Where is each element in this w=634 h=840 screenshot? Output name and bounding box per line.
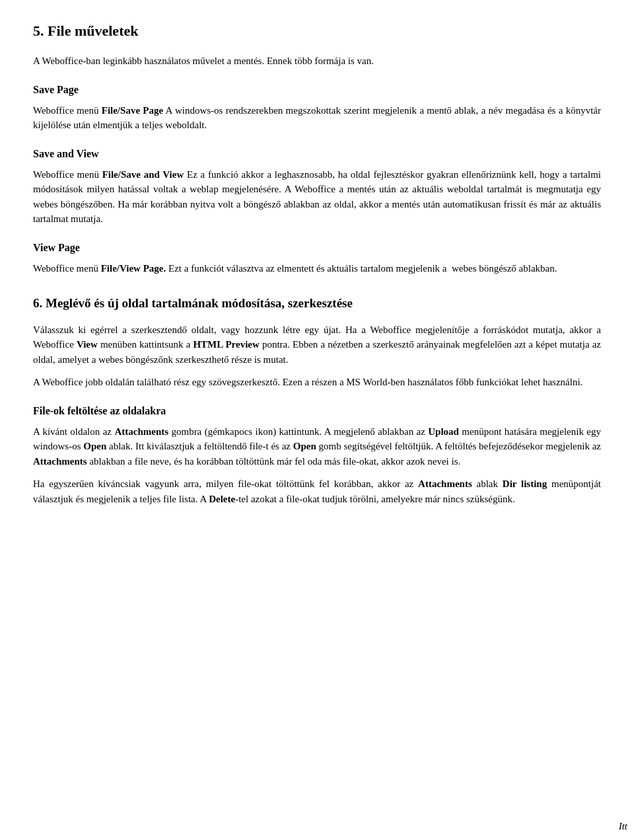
- section6-paragraph1: Válasszuk ki egérrel a szerkesztendő old…: [33, 323, 601, 367]
- files-paragraph2: Ha egyszerűen kíváncsiak vagyunk arra, m…: [33, 477, 601, 506]
- view-bold: View: [77, 339, 98, 350]
- save-page-heading: Save Page: [33, 82, 601, 98]
- chapter-title: 5. File műveletek: [33, 20, 601, 42]
- upload-bold: Upload: [428, 426, 459, 437]
- delete-bold: Delete: [209, 494, 235, 504]
- save-and-view-bold1: File/Save and View: [102, 169, 184, 180]
- files-upload-heading: File-ok feltöltése az oldalakra: [33, 403, 601, 419]
- dir-listing-bold: Dir listing: [503, 478, 547, 489]
- view-page-bold1: File/View Page.: [101, 263, 166, 274]
- files-paragraph1: A kívánt oldalon az Attachments gombra (…: [33, 424, 601, 469]
- open-bold2: Open: [293, 441, 316, 451]
- section6-paragraph2: A Weboffice jobb oldalán található rész …: [33, 375, 601, 390]
- save-page-bold1: File/Save Page: [102, 105, 163, 116]
- save-page-paragraph: Weboffice menü File/Save Page A windows-…: [33, 103, 601, 133]
- intro-paragraph: A Weboffice-ban leginkább használatos mű…: [33, 54, 601, 69]
- attachments-bold3: Attachments: [418, 478, 472, 489]
- section6-title: 6. Meglévő és új oldal tartalmának módos…: [33, 294, 601, 313]
- attachments-bold2: Attachments: [33, 456, 87, 467]
- open-bold1: Open: [83, 441, 106, 451]
- save-page-text-part1: Weboffice menü File/Save Page A windows-…: [33, 105, 601, 131]
- view-page-paragraph: Weboffice menü File/View Page. Ezt a fun…: [33, 261, 601, 276]
- html-preview-bold: HTML Preview: [193, 339, 259, 350]
- save-and-view-heading: Save and View: [33, 146, 601, 162]
- save-and-view-paragraph: Weboffice menü File/Save and View Ez a f…: [33, 167, 601, 227]
- attachments-bold1: Attachments: [114, 426, 168, 437]
- page-content: 5. File műveletek A Weboffice-ban legink…: [33, 20, 601, 506]
- view-page-heading: View Page: [33, 240, 601, 256]
